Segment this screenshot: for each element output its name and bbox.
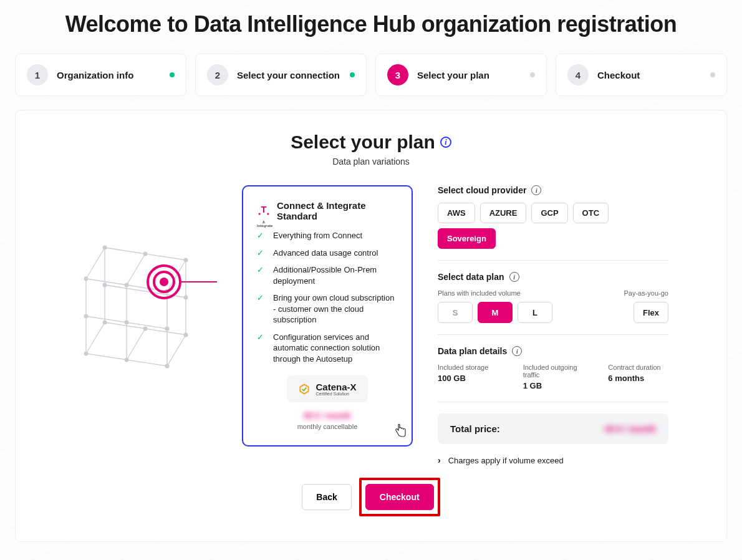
svg-point-25 — [84, 352, 89, 356]
plan-size-s[interactable]: S — [438, 302, 473, 323]
plan-price-blurred: 00 € / month — [257, 411, 398, 420]
divider — [438, 260, 668, 261]
svg-point-19 — [84, 314, 89, 319]
catena-badge: Catena-X Certified Solution — [287, 375, 367, 402]
t-logo-sub: & Integrate — [257, 220, 271, 228]
svg-line-8 — [127, 254, 145, 285]
svg-point-11 — [103, 246, 107, 250]
step-checkout[interactable]: 4 Checkout — [556, 54, 727, 96]
status-dot-pending-icon — [530, 72, 535, 77]
feature-item: ✓ Bring your own cloud subscription - cu… — [257, 292, 398, 326]
info-icon[interactable]: i — [440, 137, 451, 148]
stepper: 1 Organization info 2 Select your connec… — [0, 54, 742, 96]
plan-details-label: Data plan details — [438, 346, 507, 356]
svg-line-2 — [86, 248, 105, 279]
svg-point-21 — [165, 327, 170, 331]
info-icon[interactable]: i — [512, 346, 522, 356]
plan-hint-right: Pay-as-you-go — [624, 289, 668, 297]
feature-text: Bring your own cloud subscription - cust… — [273, 292, 398, 326]
step-label: Checkout — [597, 70, 640, 80]
plan-size-flex[interactable]: Flex — [634, 302, 668, 323]
step-label: Select your plan — [417, 70, 489, 80]
svg-line-9 — [127, 329, 145, 360]
feature-text: Additional/Possible On-Prem deployment — [273, 264, 398, 286]
provider-gcp[interactable]: GCP — [531, 203, 567, 223]
back-button[interactable]: Back — [302, 484, 351, 510]
feature-text: Configuration services and automatic con… — [273, 332, 398, 365]
info-icon[interactable]: i — [509, 272, 519, 282]
provider-otc[interactable]: OTC — [573, 203, 609, 223]
svg-point-12 — [143, 252, 148, 256]
plan-configuration: Select cloud provider i AWS AZURE GCP OT… — [438, 185, 668, 465]
svg-point-22 — [103, 321, 107, 325]
svg-point-24 — [184, 333, 188, 337]
chevron-right-icon: › — [438, 455, 441, 465]
feature-item: ✓ Additional/Possible On-Prem deployment — [257, 264, 398, 286]
provider-sovereign[interactable]: Sovereign — [438, 228, 496, 249]
step-organization-info[interactable]: 1 Organization info — [15, 54, 186, 96]
plan-details: Included storage 100 GB Included outgoin… — [438, 364, 668, 390]
detail-value: 1 GB — [523, 381, 584, 390]
cloud-provider-label: Select cloud provider — [438, 185, 526, 195]
svg-line-5 — [86, 322, 105, 354]
charges-note-row[interactable]: › Charges apply if volume exceed — [438, 455, 668, 465]
catena-name: Catena-X — [316, 382, 356, 392]
catena-logo-icon — [298, 383, 311, 395]
svg-point-13 — [184, 258, 188, 263]
svg-rect-34 — [267, 213, 269, 215]
detail-value: 100 GB — [438, 374, 498, 383]
step-number: 4 — [567, 64, 589, 85]
step-number: 1 — [27, 64, 48, 85]
section-title-text: Select your plan — [291, 132, 435, 153]
svg-point-15 — [125, 283, 129, 287]
svg-rect-33 — [259, 213, 261, 215]
charges-note: Charges apply if volume exceed — [448, 456, 564, 465]
provider-azure[interactable]: AZURE — [480, 203, 527, 223]
svg-text:T: T — [261, 205, 267, 215]
status-dot-pending-icon — [710, 72, 715, 77]
step-number: 2 — [207, 64, 228, 85]
cursor-hand-icon — [394, 423, 407, 440]
check-icon: ✓ — [257, 264, 267, 276]
provider-aws[interactable]: AWS — [438, 203, 475, 223]
total-price-blurred: 00 € / month — [605, 424, 656, 434]
total-price-bar: Total price: 00 € / month — [438, 413, 668, 444]
detail-label: Contract duration — [608, 364, 668, 371]
step-select-plan[interactable]: 3 Select your plan — [375, 54, 547, 96]
plan-hint-left: Plans with included volume — [438, 289, 521, 297]
step-label: Select your connection — [237, 70, 340, 80]
plan-card[interactable]: T & Integrate Connect & Integrate Standa… — [242, 185, 413, 447]
wireframe-illustration — [74, 241, 217, 385]
action-buttons: Back Checkout — [44, 478, 698, 516]
check-icon: ✓ — [257, 332, 267, 343]
data-plan-label: Select data plan — [438, 272, 504, 282]
svg-point-26 — [125, 358, 129, 362]
check-icon: ✓ — [257, 292, 267, 304]
section-subtitle: Data plan variations — [44, 157, 698, 167]
main-panel: Select your plan i Data plan variations — [15, 110, 727, 542]
svg-point-20 — [125, 321, 129, 325]
svg-line-4 — [167, 335, 186, 366]
svg-point-17 — [103, 283, 107, 287]
detail-label: Included storage — [438, 364, 498, 371]
section-title: Select your plan i — [44, 132, 698, 153]
svg-line-3 — [167, 260, 186, 291]
step-select-connection[interactable]: 2 Select your connection — [195, 54, 367, 96]
info-icon[interactable]: i — [531, 185, 541, 195]
svg-point-27 — [165, 364, 170, 369]
feature-item: ✓ Everything from Connect — [257, 230, 398, 241]
plan-size-l[interactable]: L — [518, 302, 552, 323]
plan-price-note: monthly cancellable — [257, 423, 398, 430]
detail-value: 6 months — [608, 374, 668, 383]
svg-point-30 — [160, 278, 168, 286]
highlight-annotation: Checkout — [359, 478, 440, 516]
checkout-button[interactable]: Checkout — [365, 484, 434, 510]
divider — [438, 334, 668, 335]
plan-size-m[interactable]: M — [478, 302, 513, 323]
feature-text: Advanced data usage control — [273, 248, 378, 259]
svg-point-14 — [84, 277, 89, 281]
t-logo-icon: T & Integrate — [257, 204, 271, 218]
feature-item: ✓ Advanced data usage control — [257, 248, 398, 259]
step-label: Organization info — [57, 70, 133, 80]
cloud-provider-options: AWS AZURE GCP OTC Sovereign — [438, 203, 668, 249]
